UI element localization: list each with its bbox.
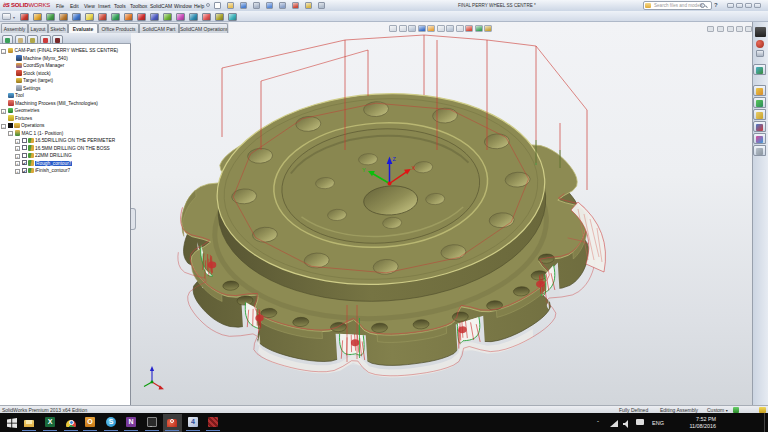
svg-text:X: X bbox=[412, 165, 416, 171]
svg-text:Y: Y bbox=[362, 167, 366, 173]
